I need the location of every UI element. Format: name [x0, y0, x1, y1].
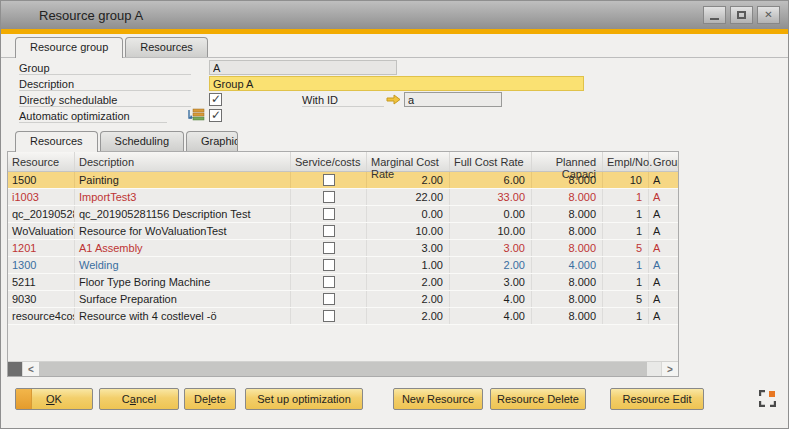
table-row[interactable]: WoValuationTResource for WoValuationTest… — [8, 223, 678, 240]
close-button[interactable]: ✕ — [757, 6, 780, 24]
set-up-optimization-button[interactable]: Set up optimization — [245, 388, 363, 410]
empl-no-cell: 1 — [603, 206, 649, 222]
tab-resources-inner[interactable]: Resources — [15, 131, 98, 152]
table-row[interactable]: qc_201905281qc_201905281156 Description … — [8, 206, 678, 223]
service-costs-checkbox[interactable] — [323, 225, 335, 237]
description-field[interactable] — [209, 76, 584, 91]
link-arrow-icon[interactable] — [386, 94, 401, 107]
group-cell: A — [649, 206, 678, 222]
table-row[interactable]: 1500Painting2.006.008.00010A — [8, 172, 678, 189]
marginal-cost-cell: 2.00 — [367, 172, 450, 188]
description-cell: Floor Type Boring Machine — [75, 274, 291, 290]
delete-button[interactable]: Delete — [184, 388, 236, 410]
column-header-description[interactable]: Description — [75, 152, 291, 171]
resource-edit-button[interactable]: Resource Edit — [610, 388, 704, 410]
column-header-planned-capacity[interactable]: Planned Capaci — [532, 152, 603, 171]
description-cell: Surface Preparation — [75, 291, 291, 307]
column-header-service-costs[interactable]: Service/costs — [291, 152, 367, 171]
table-row[interactable]: resource4cosResource with 4 costlevel -ö… — [8, 308, 678, 325]
tab-resources[interactable]: Resources — [125, 37, 208, 57]
column-header-full-cost-rate[interactable]: Full Cost Rate — [450, 152, 532, 171]
scroll-right-arrow-icon[interactable]: > — [661, 362, 678, 376]
marginal-cost-cell: 22.00 — [367, 189, 450, 205]
planned-capacity-cell: 8.000 — [532, 223, 603, 239]
minimize-button[interactable] — [703, 6, 726, 24]
scrollbar-corner-block — [8, 362, 22, 376]
table-header: Resource Description Service/costs Margi… — [8, 152, 678, 172]
automatic-optimization-checkbox[interactable] — [209, 109, 222, 122]
marginal-cost-cell: 3.00 — [367, 240, 450, 256]
column-header-resource[interactable]: Resource — [8, 152, 75, 171]
scroll-left-arrow-icon[interactable]: < — [22, 362, 39, 376]
full-cost-cell: 2.00 — [450, 257, 532, 273]
service-costs-cell — [291, 172, 367, 188]
planned-capacity-cell: 4.000 — [532, 257, 603, 273]
empl-no-cell: 1 — [603, 308, 649, 324]
scrollbar-thumb[interactable] — [39, 362, 647, 376]
planned-capacity-cell: 8.000 — [532, 291, 603, 307]
table-row[interactable]: 5211Floor Type Boring Machine2.003.008.0… — [8, 274, 678, 291]
table-row[interactable]: i1003ImportTest322.0033.008.0001A — [8, 189, 678, 206]
marginal-cost-cell: 2.00 — [367, 274, 450, 290]
empl-no-cell: 1 — [603, 274, 649, 290]
service-costs-cell — [291, 257, 367, 273]
service-costs-checkbox[interactable] — [323, 293, 335, 305]
resize-corner-icon[interactable] — [759, 390, 776, 407]
table-row[interactable]: 1300Welding1.002.004.0001A — [8, 257, 678, 274]
tab-resource-group[interactable]: Resource group — [15, 37, 123, 58]
marginal-cost-cell: 0.00 — [367, 206, 450, 222]
tab-scheduling[interactable]: Scheduling — [100, 131, 184, 151]
resource-group-window: Resource group A ✕ Resource group Resour… — [0, 0, 789, 429]
table-row[interactable]: 1201A1 Assembly3.003.008.0005A — [8, 240, 678, 257]
planned-capacity-cell: 8.000 — [532, 206, 603, 222]
service-costs-checkbox[interactable] — [323, 242, 335, 254]
horizontal-scrollbar[interactable]: < > — [8, 361, 678, 376]
new-resource-button[interactable]: New Resource — [393, 388, 483, 410]
empl-no-cell: 10 — [603, 172, 649, 188]
group-field[interactable] — [209, 60, 397, 75]
marginal-cost-cell: 1.00 — [367, 257, 450, 273]
resource-delete-button[interactable]: Resource Delete — [490, 388, 586, 410]
description-cell: ImportTest3 — [75, 189, 291, 205]
ok-button[interactable]: OK — [15, 388, 93, 410]
group-row: Group — [19, 60, 788, 76]
service-costs-checkbox[interactable] — [323, 191, 335, 203]
column-header-marginal-cost-rate[interactable]: Marginal Cost Rate — [367, 152, 450, 171]
marginal-cost-cell: 2.00 — [367, 308, 450, 324]
full-cost-cell: 6.00 — [450, 172, 532, 188]
description-cell: A1 Assembly — [75, 240, 291, 256]
column-header-group[interactable]: Group — [649, 152, 678, 171]
table-row[interactable]: 9030Surface Preparation2.004.008.0005A — [8, 291, 678, 308]
group-cell: A — [649, 274, 678, 290]
optimization-icon[interactable] — [187, 108, 205, 125]
service-costs-checkbox[interactable] — [323, 310, 335, 322]
resource-cell: 9030 — [8, 291, 75, 307]
group-cell: A — [649, 240, 678, 256]
scrollbar-track[interactable] — [647, 362, 661, 376]
resource-cell: WoValuationT — [8, 223, 75, 239]
tab-graphic[interactable]: Graphic — [186, 131, 238, 151]
service-costs-cell — [291, 274, 367, 290]
service-costs-cell — [291, 291, 367, 307]
cancel-button[interactable]: Cancel — [99, 388, 179, 410]
marginal-cost-cell: 10.00 — [367, 223, 450, 239]
service-costs-checkbox[interactable] — [323, 208, 335, 220]
titlebar[interactable]: Resource group A ✕ — [1, 1, 788, 29]
full-cost-cell: 10.00 — [450, 223, 532, 239]
empl-no-cell: 1 — [603, 189, 649, 205]
column-header-empl-no[interactable]: Empl/No. — [603, 152, 649, 171]
with-id-field[interactable] — [404, 92, 502, 107]
description-row: Description — [19, 76, 788, 92]
group-cell: A — [649, 189, 678, 205]
full-cost-cell: 4.00 — [450, 291, 532, 307]
service-costs-checkbox[interactable] — [323, 276, 335, 288]
service-costs-cell — [291, 223, 367, 239]
accent-bar — [1, 29, 788, 34]
directly-schedulable-row: Directly schedulable With ID — [19, 92, 788, 108]
with-id-label: With ID — [302, 92, 384, 107]
directly-schedulable-checkbox[interactable] — [209, 93, 222, 106]
service-costs-checkbox[interactable] — [323, 259, 335, 271]
service-costs-checkbox[interactable] — [323, 174, 335, 186]
button-bar: OKCancelDeleteSet up optimizationNew Res… — [15, 388, 788, 410]
maximize-button[interactable] — [730, 6, 753, 24]
